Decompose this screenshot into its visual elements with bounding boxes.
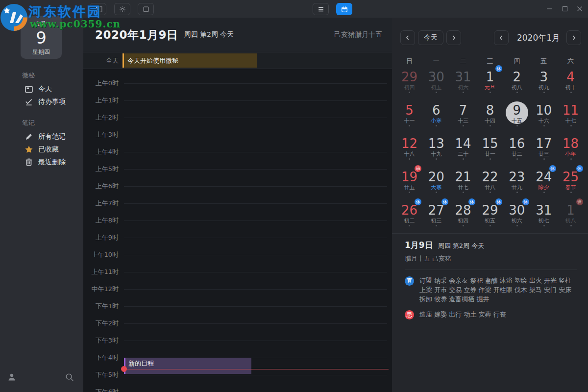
hour-grid[interactable]: 新的日程 上午0时上午1时上午2时上午3时上午4时上午5时上午6时上午7时上午8… <box>83 69 392 392</box>
sidebar-section-label: 微秘 <box>0 70 83 83</box>
sidebar-footer <box>0 371 83 385</box>
list-view-button[interactable] <box>313 3 329 15</box>
allday-event-title: 今天开始使用微秘 <box>127 57 178 64</box>
search-icon[interactable] <box>65 372 74 382</box>
info-meta: 周四 第2周 今天 <box>438 242 485 250</box>
theme-brightness-button[interactable] <box>114 3 130 15</box>
calendar-day[interactable]: 9十五 <box>503 98 530 131</box>
prev-day-button[interactable] <box>400 30 415 45</box>
calendar-day[interactable]: 21廿七 <box>450 165 477 198</box>
minimize-button[interactable] <box>542 0 557 18</box>
blank-panel-button[interactable] <box>138 3 154 15</box>
sidebar-section: 笔记所有笔记已收藏最近删除 <box>0 118 83 169</box>
sidebar-item-today[interactable]: 今天 <box>0 83 83 96</box>
day-view: 2020年1月9日 周四 第2周 今天 己亥猪腊月十五 全天 今天开始使用微秘 … <box>83 18 392 392</box>
sidebar: 1月 9 星期四 微秘今天待办事项笔记所有笔记已收藏最近删除 <box>0 0 83 392</box>
calendar-day[interactable]: 31初六 <box>450 65 477 98</box>
sidebar-nav: 微秘今天待办事项笔记所有笔记已收藏最近删除 <box>0 70 83 178</box>
next-day-button[interactable] <box>446 30 461 45</box>
sidebar-item-recently-deleted[interactable]: 最近删除 <box>0 156 83 169</box>
sidebar-item-all-notes[interactable]: 所有笔记 <box>0 130 83 143</box>
current-time-dot[interactable] <box>121 366 127 372</box>
prev-month-button[interactable] <box>494 30 509 45</box>
hour-label: 上午6时 <box>83 182 122 191</box>
date-card-month: 1月 <box>21 16 62 28</box>
calendar-day[interactable]: 28初四休 <box>450 198 477 231</box>
sidebar-date-card: 1月 9 星期四 <box>21 16 62 59</box>
calendar-day[interactable]: 25春节休 <box>557 165 584 198</box>
calendar-day[interactable]: 22廿八 <box>477 165 504 198</box>
today-button[interactable]: 今天 <box>418 30 443 45</box>
day-number: 3 <box>530 70 557 84</box>
day-number: 7 <box>450 103 477 118</box>
calendar-day[interactable]: 2初八 <box>503 65 530 98</box>
calendar-day[interactable]: 18小年 <box>557 131 584 165</box>
hour-label: 上午1时 <box>83 96 122 105</box>
calendar-day[interactable]: 13十九 <box>423 131 450 165</box>
day-lunar-label: 小年 <box>557 151 584 157</box>
hour-gridline <box>124 341 387 341</box>
calendar-day[interactable]: 4初十 <box>557 65 584 98</box>
calendar-day[interactable]: 8十四 <box>477 98 504 131</box>
calendar-day[interactable]: 29初五休 <box>477 198 504 231</box>
holiday-badge: 休 <box>576 165 583 172</box>
calendar-day[interactable]: 17廿三 <box>530 131 557 165</box>
hour-gridline <box>124 306 387 307</box>
calendar-day[interactable]: 30初五 <box>423 65 450 98</box>
day-lunar-label: 初八 <box>557 218 584 224</box>
day-lunar-label: 十三 <box>450 118 477 124</box>
day-lunar-label: 十七 <box>557 118 584 124</box>
calendar-day[interactable]: 26初二休 <box>396 198 423 231</box>
day-lunar-label: 初六 <box>503 218 530 224</box>
panel-divider <box>392 233 588 234</box>
info-divider <box>405 270 577 270</box>
calendar-day[interactable]: 20大寒 <box>423 165 450 198</box>
next-month-button[interactable] <box>566 30 581 45</box>
calendar-day[interactable]: 6小寒 <box>423 98 450 131</box>
timed-event[interactable]: 新的日程 <box>124 358 251 374</box>
day-lunar-label: 十一 <box>396 118 423 124</box>
split-view-button[interactable] <box>90 3 106 15</box>
day-lunar-label: 元旦 <box>477 84 504 91</box>
day-number: 21 <box>450 170 477 184</box>
sidebar-item-todo[interactable]: 待办事项 <box>0 96 83 108</box>
calendar-day[interactable]: 3初九 <box>530 65 557 98</box>
day-lunar-label: 十四 <box>477 118 504 124</box>
hour-label: 上午5时 <box>83 165 122 173</box>
calendar-day[interactable]: 5十一 <box>396 98 423 131</box>
calendar-day[interactable]: 15廿一 <box>477 131 504 165</box>
calendar-day[interactable]: 1元旦休 <box>477 65 504 98</box>
user-account-icon[interactable] <box>7 372 17 382</box>
pen-icon <box>24 132 33 141</box>
calendar-day[interactable]: 24除夕休 <box>530 165 557 198</box>
calendar-day[interactable]: 29初四 <box>396 65 423 98</box>
hour-label: 上午3时 <box>83 130 122 139</box>
calendar-day[interactable]: 14二十 <box>450 131 477 165</box>
calendar-day[interactable]: 10十六 <box>530 98 557 131</box>
maximize-button[interactable] <box>558 0 572 18</box>
calendar-day[interactable]: 16廿二 <box>503 131 530 165</box>
calendar-day[interactable]: 7十三 <box>450 98 477 131</box>
day-number: 30 <box>423 70 450 84</box>
day-number: 14 <box>450 136 477 151</box>
calendar-view-button[interactable] <box>336 3 352 15</box>
event-dot <box>490 92 491 93</box>
allday-event[interactable]: 今天开始使用微秘 <box>122 53 257 68</box>
calendar-day[interactable]: 1初八班 <box>557 198 584 231</box>
star-icon <box>24 145 33 154</box>
sidebar-item-favorites[interactable]: 已收藏 <box>0 143 83 156</box>
trash-icon <box>24 158 33 167</box>
calendar-day[interactable]: 27初三休 <box>423 198 450 231</box>
allday-row: 全天 今天开始使用微秘 <box>83 52 392 69</box>
day-lunar-label: 除夕 <box>530 184 557 191</box>
close-button[interactable] <box>572 0 587 18</box>
calendar-day[interactable]: 23廿九 <box>503 165 530 198</box>
allday-label: 全天 <box>83 52 119 69</box>
calendar-day[interactable]: 31初七 <box>530 198 557 231</box>
sidebar-section-label: 笔记 <box>0 118 83 130</box>
event-dot <box>463 158 464 160</box>
calendar-day[interactable]: 11十七 <box>557 98 584 131</box>
calendar-day[interactable]: 19廿五班 <box>396 165 423 198</box>
calendar-day[interactable]: 12十八 <box>396 131 423 165</box>
calendar-day[interactable]: 30初六休 <box>503 198 530 231</box>
